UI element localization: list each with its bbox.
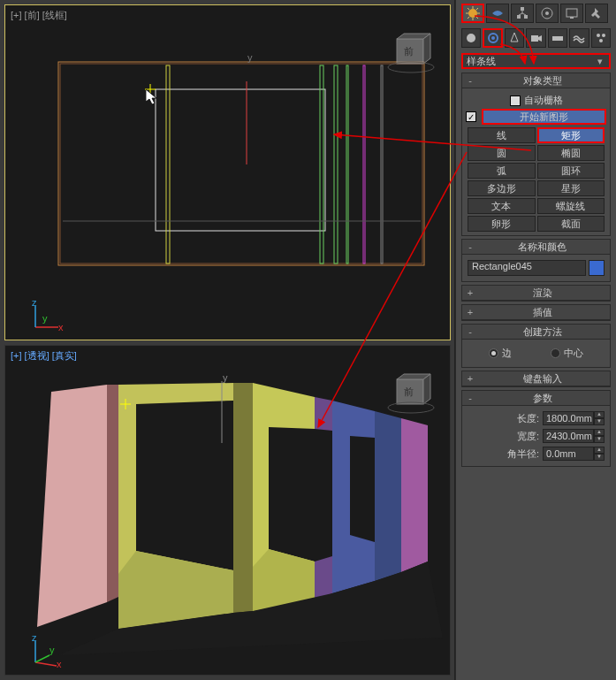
rollout-header[interactable]: -名称和颜色 — [462, 240, 610, 255]
svg-marker-27 — [233, 383, 253, 613]
rollout-header[interactable]: +渲染 — [462, 286, 610, 301]
svg-line-62 — [476, 17, 478, 19]
svg-rect-67 — [524, 15, 528, 19]
spinner-up[interactable]: ▲ — [594, 429, 605, 436]
svg-text:前: 前 — [404, 46, 414, 57]
line-button[interactable]: 线 — [468, 127, 536, 143]
rollout-interpolation: +插值 — [461, 304, 611, 321]
viewcube[interactable]: 前 — [384, 30, 437, 74]
svg-rect-77 — [552, 36, 563, 41]
rollout-header[interactable]: +插值 — [462, 305, 610, 320]
section-button[interactable]: 截面 — [537, 216, 605, 232]
svg-marker-16 — [423, 34, 430, 64]
shapes-subtab[interactable] — [483, 28, 503, 48]
autogrid-checkbox[interactable] — [510, 96, 521, 106]
spacewarps-subtab[interactable] — [569, 28, 589, 48]
chevron-down-icon: ▾ — [595, 56, 605, 67]
spinner-down[interactable]: ▼ — [594, 436, 605, 443]
ellipse-button[interactable]: 椭圆 — [537, 145, 605, 161]
svg-marker-33 — [401, 418, 428, 572]
svg-line-48 — [35, 655, 49, 662]
rectangle-button[interactable]: 矩形 — [537, 127, 605, 143]
create-tab[interactable] — [461, 4, 484, 23]
systems-subtab[interactable] — [591, 28, 611, 48]
svg-rect-70 — [567, 9, 577, 17]
corner-radius-spinner[interactable]: 0.0mm — [543, 447, 594, 461]
modify-tab[interactable] — [486, 4, 509, 23]
svg-rect-71 — [570, 17, 574, 19]
rollout-parameters: -参数 长度: 1800.0mm ▲▼ 宽度: 2430.0mm ▲▼ 角半径: — [461, 390, 611, 467]
circle-button[interactable]: 圆 — [468, 145, 536, 161]
object-name-input[interactable]: Rectangle045 — [468, 260, 586, 276]
svg-marker-25 — [107, 385, 118, 602]
svg-text:x: x — [58, 322, 64, 332]
arc-button[interactable]: 弧 — [468, 163, 536, 179]
donut-button[interactable]: 圆环 — [537, 163, 605, 179]
svg-line-63 — [468, 17, 469, 19]
svg-text:y: y — [49, 645, 55, 655]
svg-text:y: y — [247, 52, 253, 63]
axis-gizmo: xzy — [32, 301, 60, 329]
motion-tab[interactable] — [536, 4, 559, 23]
cameras-subtab[interactable] — [526, 28, 545, 48]
axis-gizmo: xzy — [32, 636, 60, 664]
svg-rect-75 — [531, 35, 538, 42]
svg-point-80 — [599, 39, 603, 42]
display-tab[interactable] — [560, 4, 583, 23]
rollout-header[interactable]: -对象类型 — [462, 73, 610, 88]
viewcube[interactable]: 前 — [384, 371, 437, 415]
hierarchy-tab[interactable] — [511, 4, 534, 23]
length-spinner[interactable]: 1800.0mm — [543, 411, 594, 425]
color-swatch[interactable] — [589, 260, 605, 276]
spinner-up[interactable]: ▲ — [594, 411, 605, 418]
helix-button[interactable]: 螺旋线 — [537, 198, 605, 214]
rollout-keyboard-entry: +键盘输入 — [461, 371, 611, 387]
viewport-front-wireframe[interactable]: [+] [前] [线框] y 前 xzy — [4, 4, 451, 340]
svg-rect-1 — [60, 64, 422, 264]
rollout-creation-method: -创建方法 边 中心 — [461, 324, 611, 368]
viewport-perspective[interactable]: [+] [透视] [真实] y 前 xzy — [4, 345, 451, 676]
svg-point-72 — [467, 34, 475, 42]
star-button[interactable]: 星形 — [537, 180, 605, 196]
svg-marker-29 — [315, 397, 332, 431]
svg-rect-6 — [346, 65, 348, 264]
main-tab-row — [456, 0, 616, 25]
helpers-subtab[interactable] — [548, 28, 567, 48]
egg-button[interactable]: 卵形 — [468, 216, 536, 232]
svg-point-69 — [545, 11, 549, 15]
svg-text:z: z — [32, 301, 37, 308]
svg-rect-7 — [363, 65, 365, 264]
spinner-down[interactable]: ▼ — [594, 454, 605, 461]
svg-marker-52 — [146, 89, 156, 104]
rollout-header[interactable]: +键盘输入 — [462, 371, 610, 386]
svg-marker-43 — [423, 374, 430, 404]
svg-text:z: z — [32, 636, 37, 643]
rollout-object-type: -对象类型 自动栅格 ✓ 开始新图形 线 矩形 圆 椭圆 弧 圆环 多边形 星形… — [461, 73, 611, 236]
svg-rect-65 — [521, 7, 524, 11]
svg-point-78 — [597, 34, 600, 37]
width-spinner[interactable]: 2430.0mm — [543, 429, 594, 443]
spinner-up[interactable]: ▲ — [594, 447, 605, 454]
lights-subtab[interactable] — [505, 28, 524, 48]
edge-radio[interactable]: 边 — [489, 347, 512, 360]
svg-marker-24 — [37, 385, 107, 627]
svg-point-79 — [602, 34, 605, 37]
corner-radius-label: 角半径: — [507, 447, 539, 461]
geometry-subtab[interactable] — [461, 28, 481, 48]
center-radio[interactable]: 中心 — [551, 347, 583, 360]
start-new-shape-checkbox[interactable]: ✓ — [466, 111, 476, 122]
svg-rect-5 — [334, 65, 338, 264]
rollout-header[interactable]: -参数 — [462, 391, 610, 406]
rollout-header[interactable]: -创建方法 — [462, 325, 610, 340]
text-button[interactable]: 文本 — [468, 198, 536, 214]
utilities-tab[interactable] — [585, 4, 608, 23]
svg-text:y: y — [223, 372, 228, 383]
spinner-down[interactable]: ▼ — [594, 418, 605, 425]
rollout-name-color: -名称和颜色 Rectangle045 — [461, 239, 611, 282]
category-dropdown[interactable]: 样条线 ▾ — [461, 53, 611, 69]
start-new-shape-button[interactable]: 开始新图形 — [482, 109, 606, 125]
svg-text:y: y — [42, 313, 48, 324]
ngon-button[interactable]: 多边形 — [468, 180, 536, 196]
svg-marker-31 — [332, 401, 375, 593]
rollout-render: +渲染 — [461, 285, 611, 302]
